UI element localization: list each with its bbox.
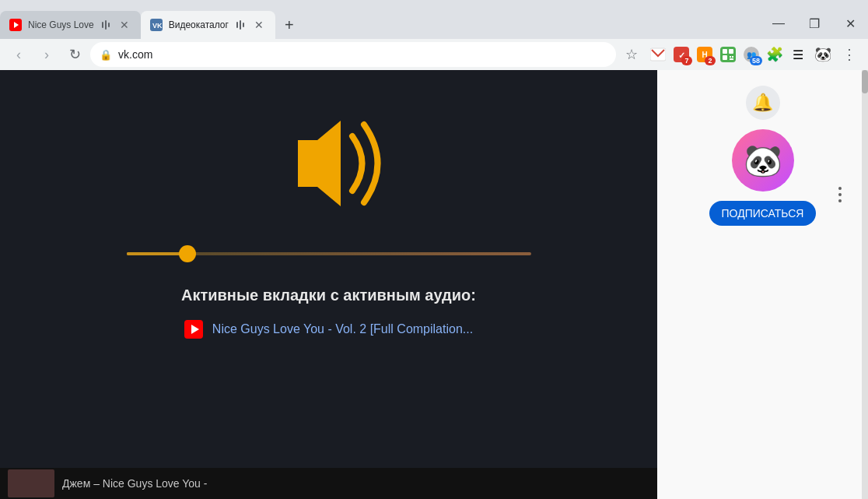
address-bar[interactable]: 🔒 vk.com xyxy=(90,42,616,67)
svg-rect-20 xyxy=(732,56,733,58)
tab-audio-favicon xyxy=(184,320,203,339)
svg-rect-2 xyxy=(102,22,103,28)
window-controls: — ❐ ✕ xyxy=(761,11,868,39)
back-button[interactable]: ‹ xyxy=(6,42,31,67)
tab-youtube-media-indicator xyxy=(100,19,111,30)
more-options-button[interactable] xyxy=(828,163,852,226)
right-panel: 🔔 🐼 ПОДПИСАТЬСЯ xyxy=(657,70,868,499)
browser-chrome: Nice Guys Love ✕ VK Видеокаталог xyxy=(0,0,868,70)
main-content: Активные вкладки с активным аудио: Nice … xyxy=(0,70,868,499)
scrollbar[interactable] xyxy=(862,70,868,499)
qr-extension[interactable] xyxy=(717,44,739,65)
volume-slider[interactable] xyxy=(127,252,531,255)
menu-button[interactable]: ⋮ xyxy=(837,42,862,67)
svg-rect-3 xyxy=(105,20,107,30)
honey-extension[interactable]: H 2 xyxy=(694,44,716,65)
tab-vk[interactable]: VK Видеокаталог ✕ xyxy=(141,11,275,39)
todoist-badge: 7 xyxy=(681,56,692,65)
volume-fill xyxy=(127,252,187,255)
active-tabs-label: Активные вкладки с активным аудио: xyxy=(181,286,476,304)
tab-vk-close[interactable]: ✕ xyxy=(252,18,266,32)
user-avatar-large[interactable]: 🐼 xyxy=(732,129,794,192)
notification-bell[interactable]: 🔔 xyxy=(746,86,780,120)
bottom-thumbnail xyxy=(8,469,54,497)
svg-rect-8 xyxy=(240,20,241,30)
new-tab-button[interactable]: + xyxy=(278,14,300,36)
audio-popup: Активные вкладки с активным аудио: Nice … xyxy=(0,70,657,468)
dot-2 xyxy=(838,193,842,196)
subscribe-button[interactable]: ПОДПИСАТЬСЯ xyxy=(709,201,817,226)
tab-audio-title: Nice Guys Love You - Vol. 2 [Full Compil… xyxy=(212,322,473,336)
svg-rect-19 xyxy=(730,56,731,58)
forward-button[interactable]: › xyxy=(34,42,59,67)
bottom-text: Джем – Nice Guys Love You - xyxy=(62,477,207,490)
queue-button[interactable]: ☰ xyxy=(787,44,809,65)
gmail-extension[interactable] xyxy=(647,44,669,65)
maximize-button[interactable]: ❐ xyxy=(796,11,832,36)
extensions-area: ✓ 7 H 2 xyxy=(647,44,809,65)
tab-vk-title: Видеокаталог xyxy=(169,19,229,30)
svg-rect-18 xyxy=(723,55,727,60)
honey-badge: 2 xyxy=(705,56,716,65)
toolbar: ‹ › ↻ 🔒 vk.com ☆ ✓ xyxy=(0,39,868,70)
svg-rect-16 xyxy=(723,49,727,54)
volume-thumb[interactable] xyxy=(179,245,196,262)
tab-youtube-close[interactable]: ✕ xyxy=(117,18,131,32)
speaker-icon xyxy=(251,101,407,226)
tab-youtube-title: Nice Guys Love xyxy=(28,19,94,30)
close-button[interactable]: ✕ xyxy=(832,11,868,36)
svg-text:VK: VK xyxy=(152,22,163,30)
bottom-strip: Джем – Nice Guys Love You - xyxy=(0,468,657,499)
todoist-extension[interactable]: ✓ 7 xyxy=(670,44,692,65)
volume-track xyxy=(127,252,531,255)
dot-1 xyxy=(838,187,842,190)
svg-rect-21 xyxy=(730,58,733,60)
youtube-favicon xyxy=(9,19,22,31)
tab-audio-item[interactable]: Nice Guys Love You - Vol. 2 [Full Compil… xyxy=(184,320,473,339)
speaker-icon-container xyxy=(251,101,407,229)
svg-rect-7 xyxy=(236,22,238,28)
youtube-panel: Активные вкладки с активным аудио: Nice … xyxy=(0,70,657,499)
vk-favicon: VK xyxy=(150,19,163,31)
svg-rect-17 xyxy=(729,49,733,54)
refresh-button[interactable]: ↻ xyxy=(62,42,87,67)
bookmark-button[interactable]: ☆ xyxy=(619,42,644,67)
minimize-button[interactable]: — xyxy=(761,11,796,36)
social-extension[interactable]: 👥 58 xyxy=(740,44,762,65)
lock-icon: 🔒 xyxy=(100,49,112,61)
tab-bar: Nice Guys Love ✕ VK Видеокаталог xyxy=(0,0,868,39)
extensions-button[interactable]: 🧩 xyxy=(764,44,786,65)
dot-3 xyxy=(838,199,842,202)
user-avatar[interactable]: 🐼 xyxy=(812,44,834,65)
tab-vk-media-indicator xyxy=(235,19,246,30)
svg-rect-9 xyxy=(243,23,244,27)
tab-youtube[interactable]: Nice Guys Love ✕ xyxy=(0,11,141,39)
social-badge: 58 xyxy=(750,56,762,65)
svg-rect-4 xyxy=(108,23,110,27)
address-text: vk.com xyxy=(118,48,152,61)
scrollbar-thumb[interactable] xyxy=(862,70,868,93)
